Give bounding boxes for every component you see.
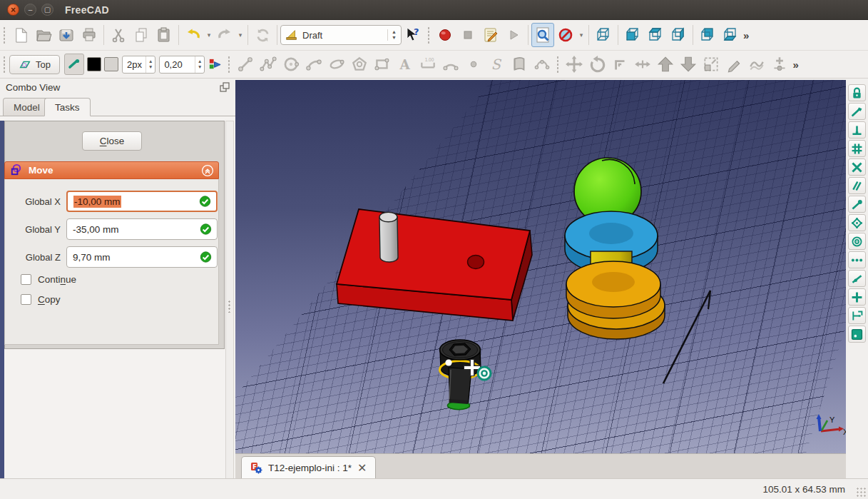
draft-bezcurve-button[interactable]: S (485, 52, 508, 76)
draft-wire-to-bspline-button[interactable] (745, 52, 768, 76)
snap-intersection-button[interactable] (848, 158, 866, 176)
draft-add-point-button[interactable] (768, 52, 791, 76)
macro-record-button[interactable] (434, 23, 456, 47)
copy-checkbox-row[interactable]: Copy (21, 294, 61, 305)
snap-ortho-button[interactable] (848, 251, 866, 268)
whats-this-button[interactable]: ? (402, 23, 424, 47)
draft-upgrade-button[interactable] (654, 52, 677, 76)
document-tab[interactable]: F T12-ejemplo-ini : 1* ✕ (241, 456, 376, 479)
tab-tasks[interactable]: Tasks (44, 98, 91, 116)
redo-button[interactable] (213, 23, 236, 47)
snap-angle-button[interactable] (848, 270, 866, 287)
snap-grid-button[interactable] (848, 140, 866, 157)
draft-offset-button[interactable] (608, 52, 631, 76)
draw-style-menu-button[interactable]: ▾ (577, 31, 586, 39)
line-color-swatch[interactable] (87, 57, 101, 71)
refresh-button[interactable] (251, 23, 274, 47)
snap-perpendicular-button[interactable] (848, 121, 866, 138)
rear-view-button[interactable] (696, 23, 719, 47)
undo-menu-button[interactable]: ▾ (205, 31, 213, 39)
toolbar-grip[interactable] (556, 56, 560, 73)
collapse-panel-icon[interactable] (201, 164, 214, 177)
workbench-selector[interactable]: Draft ▲▼ (280, 25, 402, 45)
float-panel-icon[interactable] (220, 82, 230, 92)
copy-checkbox[interactable] (21, 294, 31, 305)
draft-ellipse-button[interactable] (325, 52, 348, 76)
draft-polygon-button[interactable] (348, 52, 371, 76)
draft-move-button[interactable] (563, 52, 586, 76)
global-y-input[interactable]: -35,00 mm (66, 218, 218, 240)
global-z-input[interactable]: 9,70 mm (66, 246, 218, 268)
window-minimize-button[interactable]: – (24, 4, 36, 16)
3d-viewport[interactable]: Y X (235, 80, 846, 453)
macro-edit-button[interactable] (479, 23, 502, 47)
print-button[interactable] (78, 23, 101, 47)
draft-point-button[interactable] (462, 52, 485, 76)
window-resize-grip[interactable] (856, 487, 866, 497)
draft-bezier-button[interactable] (531, 52, 553, 76)
panel-scrollbar[interactable] (225, 121, 234, 479)
tab-model[interactable]: Model (3, 98, 51, 116)
toolbar-grip[interactable] (3, 56, 6, 73)
draft-downgrade-button[interactable] (677, 52, 700, 76)
draw-style-button[interactable] (554, 23, 577, 47)
front-view-button[interactable] (621, 23, 644, 47)
redo-menu-button[interactable]: ▾ (236, 31, 245, 39)
draft-facebinder-button[interactable] (508, 52, 531, 76)
snap-midpoint-button[interactable] (848, 214, 866, 231)
line-width-spinbox[interactable]: 2px ▲▼ (122, 56, 155, 74)
snap-parallel-button[interactable] (848, 177, 866, 194)
snap-near-button[interactable] (848, 103, 866, 120)
draft-line-button[interactable] (234, 52, 257, 76)
scrollbar-grip[interactable] (228, 300, 232, 313)
window-close-button[interactable] (7, 4, 19, 16)
gray-pin-object[interactable] (379, 212, 398, 262)
cut-button[interactable] (107, 23, 130, 47)
snap-toggle-button[interactable] (64, 54, 84, 75)
macro-stop-button[interactable] (456, 23, 479, 47)
draft-wire-button[interactable] (257, 52, 280, 76)
draft-circle-button[interactable] (280, 52, 302, 76)
draft-bspline-button[interactable] (439, 52, 462, 76)
draft-trimex-button[interactable] (631, 52, 654, 76)
continue-checkbox-row[interactable]: Continue (21, 274, 76, 285)
draft-scale-button[interactable] (700, 52, 723, 76)
open-file-button[interactable] (32, 23, 55, 47)
toolbar-grip[interactable] (3, 26, 6, 44)
snap-lock-button[interactable] (848, 84, 866, 101)
window-maximize-button[interactable]: ▢ (41, 4, 53, 16)
apply-style-button[interactable] (205, 54, 225, 75)
assembly-object[interactable] (565, 158, 665, 339)
draft-rotate-button[interactable] (586, 52, 608, 76)
face-color-swatch[interactable] (104, 57, 118, 71)
global-scale-spinbox[interactable]: 0,20 ▲▼ (159, 56, 205, 74)
move-panel-header[interactable]: Move (4, 161, 219, 179)
bottom-view-button[interactable] (719, 23, 742, 47)
toolbar-overflow-button[interactable]: » (743, 29, 749, 41)
snap-working-plane-button[interactable] (848, 326, 866, 343)
line-width-arrows[interactable]: ▲▼ (145, 56, 155, 73)
snap-dimensions-button[interactable] (848, 307, 866, 324)
new-file-button[interactable] (9, 23, 32, 47)
axonometric-view-button[interactable] (592, 23, 615, 47)
paste-button[interactable] (153, 23, 175, 47)
draft-rectangle-button[interactable] (371, 52, 394, 76)
snap-center-button[interactable] (848, 233, 866, 250)
macro-play-button[interactable] (502, 23, 525, 47)
save-button[interactable] (55, 23, 78, 47)
copy-button[interactable] (130, 23, 153, 47)
working-plane-button[interactable]: Top (9, 55, 60, 74)
draft-dimension-button[interactable]: 1.00 (417, 52, 439, 76)
annotation-arrow[interactable] (663, 291, 710, 383)
toolbar-overflow-button[interactable]: » (792, 59, 798, 71)
fit-all-button[interactable] (531, 23, 554, 47)
orange-disc-upper[interactable] (566, 261, 660, 318)
continue-checkbox[interactable] (21, 274, 31, 285)
draft-text-button[interactable]: A (394, 52, 417, 76)
global-x-input[interactable]: -10,00 mm (66, 191, 218, 212)
top-view-button[interactable] (644, 23, 667, 47)
snap-extension-button[interactable] (848, 288, 866, 306)
draft-arc-button[interactable] (302, 52, 325, 76)
close-task-button[interactable]: Close (82, 131, 142, 151)
global-scale-arrows[interactable]: ▲▼ (195, 56, 204, 73)
